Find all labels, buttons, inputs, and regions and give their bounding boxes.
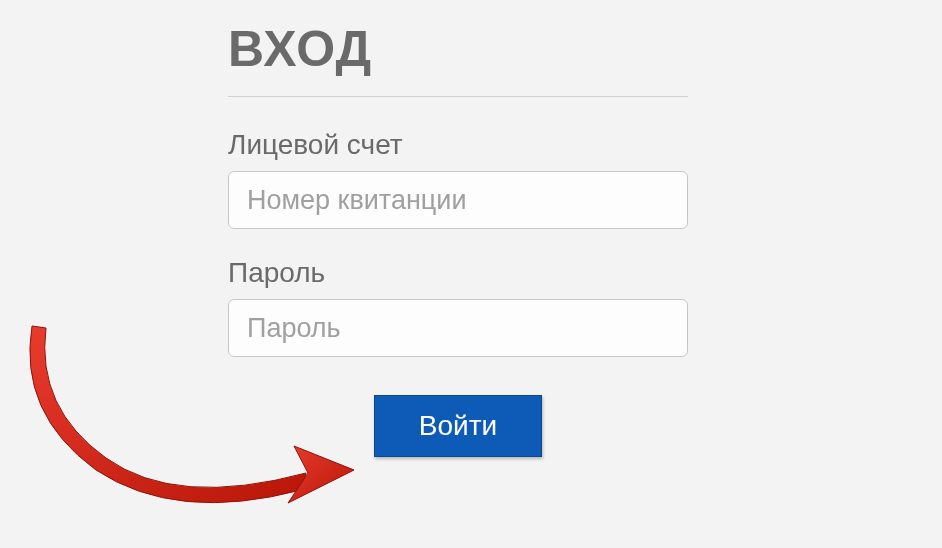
account-label: Лицевой счет	[228, 129, 688, 161]
form-title: ВХОД	[228, 20, 688, 78]
form-divider	[228, 96, 688, 97]
account-field-group: Лицевой счет	[228, 129, 688, 229]
button-row: Войти	[228, 395, 688, 457]
account-input[interactable]	[228, 171, 688, 229]
login-form: ВХОД Лицевой счет Пароль Войти	[228, 20, 688, 457]
login-button[interactable]: Войти	[374, 395, 542, 457]
password-input[interactable]	[228, 299, 688, 357]
password-field-group: Пароль	[228, 257, 688, 357]
password-label: Пароль	[228, 257, 688, 289]
